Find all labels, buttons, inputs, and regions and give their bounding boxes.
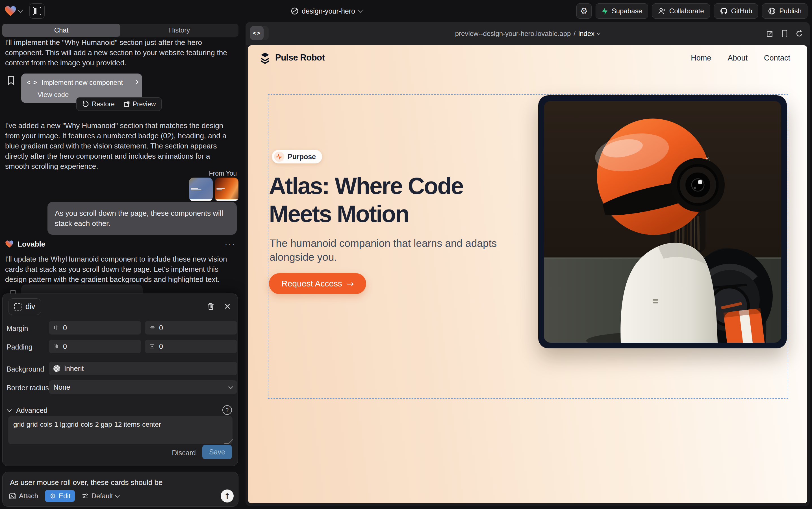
user-message-bubble: As you scroll down the page, these compo…: [47, 202, 237, 235]
element-tag: div: [26, 302, 35, 311]
site-viewport: Pulse Robot Home About Contact Purpose A…: [248, 45, 807, 503]
padding-x-input[interactable]: 0: [49, 340, 141, 353]
preview-button[interactable]: Preview: [123, 100, 156, 108]
border-radius-label: Border radius: [6, 384, 49, 392]
globe-icon: [768, 7, 776, 15]
toggle-sidebar-button[interactable]: [29, 3, 45, 19]
background-input[interactable]: Inherit: [49, 362, 237, 375]
margin-y-input[interactable]: 0: [145, 321, 237, 335]
assistant-message-3: I'll update the WhyHumanoid component to…: [5, 254, 231, 284]
supabase-label: Supabase: [612, 7, 642, 15]
model-selector[interactable]: Default: [82, 492, 119, 500]
restore-button[interactable]: Restore: [82, 100, 115, 108]
discard-button[interactable]: Discard: [172, 449, 196, 457]
github-icon: [720, 7, 728, 15]
chevron-right-icon: [134, 79, 139, 84]
view-code-link[interactable]: View code: [38, 91, 69, 99]
mobile-view-icon[interactable]: [781, 30, 788, 38]
tab-chat[interactable]: Chat: [2, 24, 120, 37]
margin-x-icon: [53, 325, 59, 331]
collaborate-button[interactable]: Collaborate: [652, 3, 710, 19]
element-outline-icon: [14, 303, 22, 310]
thumbnail-text: [216, 188, 228, 191]
more-options-icon[interactable]: ···: [225, 239, 236, 249]
assistant-message-1: I'll implement the "Why Humanoid" sectio…: [5, 37, 231, 68]
site-brand[interactable]: Pulse Robot: [259, 52, 325, 64]
chat-input-box[interactable]: As user mouse roll over, these cards sho…: [2, 472, 238, 507]
restore-preview-bar: Restore Preview: [76, 97, 161, 111]
collaborate-label: Collaborate: [669, 7, 704, 15]
refresh-icon[interactable]: [796, 30, 803, 37]
margin-x-input[interactable]: 0: [49, 321, 141, 335]
padding-y-icon: [149, 344, 155, 349]
assistant-message-2: I've added a new "Why Humanoid" section …: [5, 121, 231, 171]
gear-icon: ⚙: [580, 7, 588, 15]
collaborate-icon: [658, 7, 666, 15]
purpose-badge: Purpose: [272, 150, 322, 164]
margin-label: Margin: [6, 324, 28, 333]
pulse-icon: [274, 151, 284, 162]
transparency-swatch-icon: [53, 365, 60, 372]
save-button[interactable]: Save: [202, 445, 232, 459]
attach-button[interactable]: Attach: [9, 492, 38, 500]
sliders-icon: [82, 493, 88, 499]
border-radius-select[interactable]: None: [49, 380, 237, 394]
advanced-label: Advanced: [16, 406, 47, 414]
chevron-down-icon: [229, 384, 233, 389]
advanced-section-toggle[interactable]: Advanced: [8, 406, 47, 414]
nav-contact[interactable]: Contact: [764, 54, 790, 63]
bookmark-icon[interactable]: [7, 76, 15, 86]
layers-icon: [259, 52, 271, 64]
image-icon: [9, 492, 16, 500]
arrow-right-icon: →: [347, 279, 354, 289]
preview-panel: <> preview--design-your-hero.lovable.app…: [246, 22, 810, 506]
edit-mode-button[interactable]: Edit: [45, 490, 75, 502]
site-nav: Home About Contact: [691, 54, 790, 63]
lovable-heart-icon: [4, 5, 16, 17]
chat-input-value[interactable]: As user mouse roll over, these cards sho…: [10, 478, 163, 487]
project-switcher[interactable]: design-your-hero: [291, 0, 362, 22]
margin-y-icon: [149, 325, 155, 331]
site-header: Pulse Robot Home About Contact: [248, 45, 807, 73]
assistant-header: Lovable ···: [5, 239, 236, 249]
close-icon[interactable]: [224, 303, 231, 310]
robot-image-card: [538, 95, 787, 348]
lovable-heart-icon: [5, 240, 13, 248]
publish-button[interactable]: Publish: [762, 3, 808, 19]
request-access-button[interactable]: Request Access →: [269, 273, 366, 294]
settings-button[interactable]: ⚙: [576, 3, 592, 19]
selected-element-badge[interactable]: div: [8, 298, 41, 315]
robot-image: [544, 101, 781, 343]
project-name: design-your-hero: [302, 7, 355, 15]
help-icon[interactable]: ?: [222, 405, 232, 415]
attachment-thumbnail-blue[interactable]: [189, 178, 213, 201]
chevron-down-icon: [597, 31, 601, 35]
trash-icon[interactable]: [207, 302, 215, 310]
tab-history[interactable]: History: [120, 24, 238, 37]
url-host: preview--design-your-hero.lovable.app: [455, 30, 571, 38]
headline-line2: Meets Motion: [269, 200, 506, 228]
purpose-label: Purpose: [288, 153, 316, 161]
component-card-title: Implement new component: [41, 79, 123, 87]
nav-about[interactable]: About: [728, 54, 747, 63]
code-icon: < >: [27, 79, 38, 86]
tailwind-classes-textarea[interactable]: grid grid-cols-1 lg:grid-cols-2 gap-12 i…: [8, 416, 232, 444]
chevron-down-icon: [18, 8, 23, 13]
preview-url[interactable]: preview--design-your-hero.lovable.app / …: [246, 22, 810, 45]
publish-label: Publish: [779, 7, 802, 15]
supabase-button[interactable]: Supabase: [596, 3, 648, 19]
hero-subtitle: The humanoid companion that learns and a…: [269, 236, 499, 264]
lovable-menu-button[interactable]: [4, 5, 22, 17]
background-label: Background: [6, 365, 44, 373]
headline-line1: Atlas: Where Code: [269, 172, 506, 200]
send-button[interactable]: ↑: [221, 489, 234, 503]
padding-y-input[interactable]: 0: [145, 340, 237, 353]
nav-home[interactable]: Home: [691, 54, 711, 63]
target-icon: [49, 493, 56, 499]
open-in-new-window-icon[interactable]: [766, 30, 774, 37]
chat-panel: Chat History I'll implement the "Why Hum…: [0, 22, 241, 509]
github-button[interactable]: GitHub: [714, 3, 758, 19]
chevron-down-icon: [358, 8, 363, 13]
url-separator: /: [574, 30, 576, 38]
attachment-thumbnail-orange[interactable]: [215, 178, 238, 201]
